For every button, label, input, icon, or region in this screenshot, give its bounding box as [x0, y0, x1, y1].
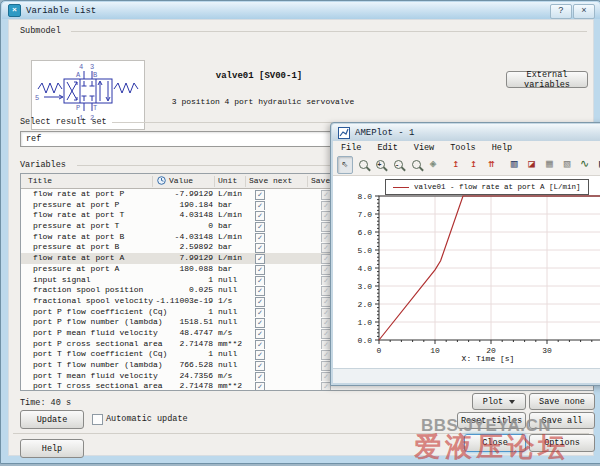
- close-button[interactable]: Close: [464, 434, 526, 452]
- variable-value: 1: [79, 307, 213, 318]
- select-result-set-label: Select result set: [20, 117, 107, 127]
- variable-unit: L/min: [218, 253, 242, 264]
- save-next-checkbox[interactable]: ✓: [255, 297, 265, 307]
- variable-unit: m/s: [218, 371, 232, 382]
- export-plot-icon[interactable]: ◩: [594, 156, 600, 174]
- valve-num-5: 5: [35, 94, 39, 102]
- zoom-window-icon[interactable]: [355, 156, 371, 174]
- variable-unit: null: [218, 360, 237, 371]
- plot-canvas[interactable]: 01020300.01.02.03.04.05.06.07.08.0: [333, 176, 600, 369]
- variable-unit: mm**2: [218, 339, 242, 350]
- save-next-checkbox[interactable]: ✓: [255, 286, 265, 296]
- ameplot-app-icon: [338, 127, 350, 139]
- save-next-checkbox[interactable]: ✓: [255, 318, 265, 328]
- save-next-checkbox[interactable]: ✓: [255, 233, 265, 243]
- plot-button[interactable]: Plot: [472, 393, 526, 410]
- variable-unit: null: [218, 285, 237, 296]
- variable-value: 1: [79, 275, 213, 286]
- dropdown-arrow-icon: [509, 400, 515, 404]
- plot-area[interactable]: valve01 - flow rate at port A [L/min] 01…: [333, 176, 600, 369]
- save-next-checkbox[interactable]: ✓: [255, 308, 265, 318]
- variable-value: 2.59892: [79, 242, 213, 253]
- automatic-update-label: Automatic update: [106, 414, 188, 424]
- menu-edit[interactable]: Edit: [369, 143, 405, 153]
- reset-titles-button[interactable]: Reset titles: [457, 412, 526, 429]
- toolbar-separator: [442, 157, 447, 173]
- help-button[interactable]: Help: [20, 439, 84, 458]
- save-next-checkbox[interactable]: ✓: [255, 243, 265, 253]
- update-button[interactable]: Update: [20, 410, 84, 429]
- x-axis-label: X: Time [s]: [333, 354, 600, 363]
- magnifier-glyph: [359, 160, 368, 169]
- zoom-previous-icon[interactable]: [408, 156, 424, 174]
- save-next-checkbox[interactable]: ✓: [255, 211, 265, 221]
- save-next-checkbox[interactable]: ✓: [255, 350, 265, 360]
- magnifier-overlay: -: [395, 158, 399, 173]
- save-next-checkbox[interactable]: ✓: [255, 190, 265, 200]
- zoom-in-icon[interactable]: +: [372, 156, 388, 174]
- svg-text:4.0: 4.0: [358, 264, 373, 273]
- ameplot-statusbar: [333, 368, 600, 383]
- valve-port-b: B: [93, 71, 97, 79]
- ameplot-titlebar[interactable]: AMEPlot - 1: [332, 124, 600, 141]
- variable-value: -7.99129: [79, 189, 213, 200]
- submodel-name: valve01 [SV00-1]: [149, 71, 369, 81]
- toolbar-separator: [500, 157, 505, 173]
- window-title: Variable List: [26, 6, 96, 16]
- variable-unit: null: [218, 307, 237, 318]
- ameplot-toolbar: ⇖+-◈↥↥⇈▥◪▦▧∿◩: [333, 155, 600, 176]
- legend-label: valve01 - flow rate at port A [L/min]: [414, 183, 581, 191]
- external-variables-button[interactable]: External variables: [506, 71, 588, 88]
- variable-unit: bar: [218, 200, 232, 211]
- variable-unit: bar: [218, 221, 232, 232]
- menu-tools[interactable]: Tools: [442, 143, 484, 153]
- save-next-checkbox[interactable]: ✓: [255, 372, 265, 382]
- save-next-checkbox[interactable]: ✓: [255, 201, 265, 211]
- save-next-checkbox[interactable]: ✓: [255, 254, 265, 264]
- copy-page-icon[interactable]: ▧: [559, 156, 575, 174]
- column-header-value[interactable]: Value: [169, 176, 193, 185]
- marker-b-icon[interactable]: ↥: [466, 156, 482, 174]
- marker-a-icon[interactable]: ↥: [448, 156, 464, 174]
- variable-value: 1: [79, 349, 213, 360]
- grid-page-icon[interactable]: ▦: [541, 156, 557, 174]
- save-next-checkbox[interactable]: ✓: [255, 329, 265, 339]
- window-close-button[interactable]: ×: [573, 4, 595, 19]
- variable-value: -4.03148: [79, 232, 213, 243]
- variable-unit: L/min: [218, 189, 242, 200]
- save-all-button[interactable]: Save all: [529, 412, 595, 429]
- save-next-checkbox[interactable]: ✓: [255, 276, 265, 286]
- curves-icon[interactable]: ∿: [577, 156, 593, 174]
- save-next-checkbox[interactable]: ✓: [255, 265, 265, 275]
- new-plot-page-icon[interactable]: ▥: [506, 156, 522, 174]
- column-header-title[interactable]: Title: [28, 176, 52, 185]
- svg-text:8.0: 8.0: [358, 192, 373, 201]
- menu-file[interactable]: File: [333, 143, 369, 153]
- save-next-checkbox[interactable]: ✓: [255, 340, 265, 350]
- pan-icon[interactable]: ◈: [425, 156, 441, 174]
- menu-view[interactable]: View: [406, 143, 442, 153]
- column-header-unit[interactable]: Unit: [218, 176, 237, 185]
- variable-value: 48.4747: [79, 328, 213, 339]
- zoom-out-icon[interactable]: -: [390, 156, 406, 174]
- save-next-checkbox[interactable]: ✓: [255, 382, 265, 391]
- delete-plot-icon[interactable]: ◪: [524, 156, 540, 174]
- save-next-checkbox[interactable]: ✓: [255, 222, 265, 232]
- automatic-update-checkbox[interactable]: [92, 414, 103, 425]
- select-tool-icon[interactable]: ⇖: [337, 156, 353, 174]
- variable-list-titlebar[interactable]: × Variable List ? ×: [2, 2, 600, 19]
- markers-pair-icon[interactable]: ⇈: [483, 156, 499, 174]
- plot-legend[interactable]: valve01 - flow rate at port A [L/min]: [385, 179, 589, 195]
- valve-num-3: 3: [90, 63, 94, 71]
- options-button[interactable]: Options: [529, 434, 595, 452]
- menu-help[interactable]: Help: [484, 143, 520, 153]
- variable-unit: null: [218, 317, 237, 328]
- save-none-button[interactable]: Save none: [529, 393, 595, 410]
- variable-value: 24.7356: [79, 371, 213, 382]
- variable-unit: L/min: [218, 232, 242, 243]
- submodel-section-label: Submodel: [20, 26, 61, 36]
- save-next-checkbox[interactable]: ✓: [255, 361, 265, 371]
- window-help-button[interactable]: ?: [550, 4, 572, 19]
- column-header-save-next[interactable]: Save next: [249, 176, 292, 185]
- variable-unit: m/s: [218, 328, 232, 339]
